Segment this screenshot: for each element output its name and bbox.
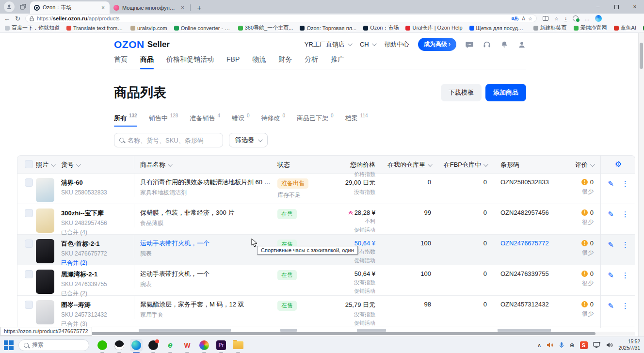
taskbar-clock[interactable]: 15:52 2025/7/31 — [619, 339, 641, 351]
filter-tab-2[interactable]: 销售中128 — [149, 114, 178, 127]
product-name-link[interactable]: 具有消毒作用的强效多功能清洁地板片剂 60 片。 — [140, 178, 272, 186]
product-article[interactable]: 300zhi--宝下摩 — [61, 209, 131, 218]
store-selector[interactable]: YR工厂直销店 — [305, 40, 351, 49]
product-image[interactable] — [36, 209, 54, 233]
headset-icon[interactable] — [483, 40, 491, 49]
product-image[interactable] — [36, 270, 54, 294]
search-box[interactable] — [114, 133, 223, 147]
tray-monitor-icon[interactable] — [593, 342, 601, 348]
taskbar-music-icon[interactable] — [147, 339, 160, 352]
product-price[interactable]: 50,64 ¥ — [341, 270, 375, 277]
bookmark-item[interactable]: 新建标签页 — [533, 24, 567, 32]
edit-pencil-icon[interactable]: ✎ — [608, 241, 614, 267]
language-selector[interactable]: CH — [360, 41, 375, 48]
vertical-scrollbar[interactable] — [638, 33, 644, 337]
row-menu-dots-icon[interactable]: ⋮ — [622, 241, 629, 267]
favorite-star-icon[interactable]: ☆ — [528, 16, 532, 21]
select-all-checkbox[interactable] — [25, 160, 33, 168]
nav-item-1[interactable]: 首页 — [114, 55, 128, 64]
col-name[interactable]: 商品名称 — [140, 160, 272, 169]
download-template-button[interactable]: 下载模板 — [441, 84, 482, 101]
tab-close-icon[interactable]: × — [100, 4, 106, 11]
bookmark-item[interactable]: uralsvip.com — [130, 25, 167, 31]
edit-pencil-icon[interactable]: ✎ — [608, 179, 614, 204]
filter-tab-5[interactable]: 待修改0 — [261, 114, 286, 127]
nav-item-6[interactable]: 财务 — [278, 55, 292, 64]
add-product-button[interactable]: 添加商品 — [485, 84, 526, 101]
tray-microphone-icon[interactable] — [559, 342, 564, 349]
close-window-button[interactable]: × — [626, 0, 644, 14]
bookmark-item[interactable]: Ural仓库 | Ozon Help — [405, 24, 462, 32]
product-image[interactable] — [36, 239, 54, 263]
edit-pencil-icon[interactable]: ✎ — [608, 271, 614, 298]
browser-profile-icon[interactable] — [4, 1, 15, 12]
product-price[interactable]: 28,28 ¥ — [341, 209, 375, 216]
refresh-button[interactable]: ↻ — [15, 16, 20, 22]
product-article[interactable]: 图岑--寿涛 — [61, 301, 131, 309]
product-article[interactable]: 百色-首标-2-1 — [61, 240, 131, 248]
tray-speaker-icon[interactable] — [547, 342, 554, 348]
product-name-link[interactable]: 保鲜膜，包装，非常经济，300 片 — [140, 209, 272, 217]
downloads-icon[interactable]: ↓ — [564, 16, 567, 21]
minimize-button[interactable]: – — [589, 0, 607, 14]
taskbar-wps-icon[interactable]: W — [181, 339, 193, 352]
col-photo[interactable]: 照片 — [36, 160, 55, 169]
extension-icon[interactable] — [573, 16, 579, 21]
back-button[interactable]: ← — [4, 16, 10, 22]
product-image[interactable] — [36, 178, 54, 202]
col-warehouse-my[interactable]: 在我的仓库里 — [385, 160, 431, 169]
search-input[interactable] — [128, 137, 218, 144]
col-warehouse-fbp[interactable]: 在FBP仓库中 — [441, 160, 487, 169]
nav-item-8[interactable]: 推广 — [331, 55, 344, 64]
bookmark-item[interactable]: 爱纯净官网 — [574, 24, 607, 32]
filter-tab-3[interactable]: 准备销售4 — [190, 114, 220, 127]
chat-icon[interactable] — [465, 40, 474, 49]
horizontal-scrollbar[interactable] — [0, 332, 635, 336]
edit-pencil-icon[interactable]: ✎ — [608, 302, 614, 328]
read-aloud-icon[interactable]: A — [522, 16, 525, 21]
account-icon[interactable] — [517, 40, 526, 49]
tray-expand-icon[interactable]: ∧ — [537, 342, 542, 349]
row-checkbox[interactable] — [25, 270, 33, 278]
product-image[interactable] — [36, 300, 54, 324]
taskbar-wechat-icon[interactable] — [96, 339, 109, 352]
bookmark-item[interactable]: 百度一下，你就知道 — [5, 24, 60, 32]
row-checkbox[interactable] — [25, 240, 33, 248]
copilot-icon[interactable] — [595, 15, 602, 22]
filters-button[interactable]: 筛选器 — [229, 133, 268, 147]
split-screen-icon[interactable] — [543, 16, 548, 21]
product-article[interactable]: 黑濑湾标-2-1 — [61, 270, 131, 279]
tab-groups-icon[interactable] — [17, 1, 28, 12]
bookmark-item[interactable]: Ozon：市场 — [363, 24, 399, 32]
nav-item-4[interactable]: FBP — [226, 55, 240, 64]
col-rating[interactable]: 评价 — [557, 160, 594, 169]
product-article[interactable]: 清界-60 — [61, 178, 131, 187]
translate-icon[interactable]: aあ — [511, 15, 519, 22]
taskbar-edge-icon[interactable] — [130, 339, 143, 352]
new-tab-button[interactable]: + — [194, 2, 204, 12]
edit-pencil-icon[interactable]: ✎ — [608, 210, 614, 237]
bookmark-item[interactable]: Ozon: Торговая пл... — [300, 25, 356, 31]
tab-close-icon[interactable]: × — [180, 4, 185, 11]
product-barcode[interactable]: OZN2476675772 — [497, 240, 549, 247]
filter-tab-7[interactable]: 档案114 — [345, 114, 368, 127]
row-menu-dots-icon[interactable]: ⋮ — [622, 210, 629, 237]
taskbar-explorer-icon[interactable] — [232, 339, 244, 352]
ozon-logo[interactable]: OZON — [114, 39, 145, 50]
product-name-link[interactable]: 运动手表带打火机，一个 — [140, 270, 272, 278]
col-article[interactable]: 货号 — [61, 160, 131, 169]
taskbar-qq-icon[interactable] — [113, 339, 126, 352]
nav-item-7[interactable]: 分析 — [305, 55, 318, 64]
url-field[interactable]: https://seller.ozon.ru/app/products aあ A… — [25, 15, 537, 22]
taskbar-premiere-icon[interactable]: Pr — [215, 339, 227, 352]
product-price[interactable]: 29,00 日元 — [341, 178, 375, 187]
bell-icon[interactable] — [500, 40, 509, 49]
row-menu-dots-icon[interactable]: ⋮ — [622, 179, 629, 204]
row-checkbox[interactable] — [25, 301, 33, 309]
nav-item-3[interactable]: 价格和促销活动 — [166, 55, 214, 64]
browser-tab-ozon[interactable]: Ozon：市场 × — [30, 1, 110, 14]
help-center-link[interactable]: 帮助中心 — [384, 40, 409, 49]
row-checkbox[interactable] — [25, 209, 33, 217]
bookmark-item[interactable]: 章鱼AI — [614, 24, 636, 32]
product-price[interactable]: 25,79 日元 — [341, 301, 375, 309]
